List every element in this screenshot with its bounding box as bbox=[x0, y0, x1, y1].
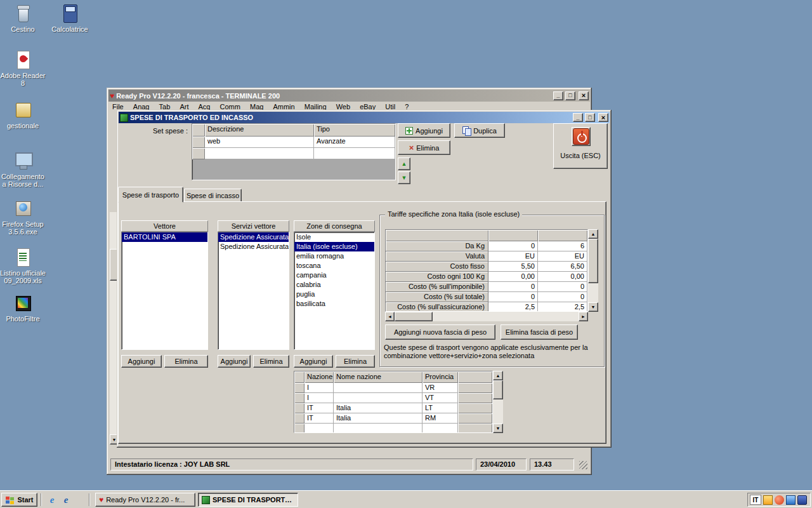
scroll-up-button[interactable]: ▲ bbox=[588, 229, 598, 239]
scroll-right-button[interactable]: ► bbox=[579, 312, 588, 321]
list-item[interactable]: puglia bbox=[294, 290, 374, 299]
desktop-icon-cestino[interactable]: Cestino bbox=[0, 3, 47, 33]
row-selector[interactable] bbox=[294, 383, 304, 393]
nome-nazione-cell[interactable]: Italia bbox=[334, 413, 422, 424]
tray-icon-yellow[interactable] bbox=[763, 495, 773, 505]
tariffe-cell[interactable]: 0,00 bbox=[488, 272, 538, 282]
list-item[interactable]: Spedizione Assicurata bbox=[218, 232, 289, 242]
vettore-elimina-button[interactable]: Elimina bbox=[164, 355, 208, 368]
close-button[interactable]: × bbox=[579, 91, 589, 100]
nazione-cell-selected[interactable]: IT bbox=[304, 403, 334, 413]
row-selector[interactable] bbox=[192, 148, 205, 159]
row-selector[interactable] bbox=[294, 413, 304, 424]
duplica-button[interactable]: Duplica bbox=[454, 123, 505, 138]
task-button-readypro[interactable]: ♥ Ready Pro V12.2.20 - fr... bbox=[95, 493, 195, 507]
uscita-button[interactable] bbox=[572, 127, 591, 146]
aggiungi-set-button[interactable]: Aggiungi bbox=[398, 123, 450, 138]
desktop-icon-calcolatrice[interactable]: Calcolatrice bbox=[46, 3, 94, 33]
servizi-list[interactable]: Spedizione Assicurata Spedizione Assicur… bbox=[218, 232, 289, 350]
language-indicator[interactable]: IT bbox=[750, 495, 761, 505]
quicklaunch-browser-icon[interactable]: e bbox=[60, 493, 72, 506]
nome-nazione-cell[interactable] bbox=[334, 424, 422, 433]
list-item[interactable]: emilia romagna bbox=[294, 251, 374, 261]
set-spese-cell-tipo[interactable]: Avanzate bbox=[314, 137, 395, 148]
nazione-cell[interactable] bbox=[304, 424, 334, 433]
scrollbar-thumb[interactable] bbox=[588, 239, 598, 283]
row-selector[interactable] bbox=[294, 393, 304, 403]
resize-grip[interactable] bbox=[579, 461, 587, 469]
nazioni-vertical-scrollbar[interactable]: ▲ ▼ bbox=[493, 371, 503, 433]
provincia-cell[interactable]: RM bbox=[422, 413, 458, 424]
main-window-titlebar[interactable]: ♥ Ready Pro V12.2.20 - francesca - TERMI… bbox=[108, 90, 590, 102]
scroll-up-button[interactable]: ▲ bbox=[493, 371, 503, 380]
tariffe-cell-selected[interactable]: 6,50 bbox=[538, 262, 587, 272]
row-selector[interactable] bbox=[294, 424, 304, 433]
tab-spese-di-trasporto[interactable]: Spese di trasporto bbox=[118, 187, 183, 203]
tariffe-grid[interactable]: Da Kg 0 6 Valuta EU EU Costo fisso 5,50 … bbox=[385, 229, 588, 312]
scroll-left-button[interactable]: ◄ bbox=[385, 312, 395, 321]
elimina-fascia-button[interactable]: Elimina fascia di peso bbox=[501, 324, 578, 340]
tray-icon-blue[interactable] bbox=[797, 495, 807, 505]
tariffe-vertical-scrollbar[interactable]: ▲ ▼ bbox=[588, 229, 598, 312]
nome-nazione-cell[interactable] bbox=[334, 393, 422, 403]
set-spese-grid[interactable]: Descrizione Tipo web Avanzate bbox=[192, 123, 396, 180]
maximize-button[interactable]: □ bbox=[565, 91, 575, 100]
quicklaunch-ie-icon[interactable]: e bbox=[46, 493, 58, 506]
list-item[interactable]: basilicata bbox=[294, 299, 374, 309]
tariffe-cell[interactable]: 0 bbox=[488, 292, 538, 302]
tariffe-cell[interactable]: 0 bbox=[538, 292, 587, 302]
start-button[interactable]: Start bbox=[1, 493, 37, 507]
desktop-icon-gestionale[interactable]: gestionale bbox=[0, 100, 47, 130]
scrollbar-thumb[interactable] bbox=[395, 312, 433, 321]
zone-aggiungi-button[interactable]: Aggiungi bbox=[294, 355, 333, 368]
zone-list[interactable]: Isole Italia (isole escluse) emilia roma… bbox=[294, 232, 375, 350]
vettore-aggiungi-button[interactable]: Aggiungi bbox=[121, 355, 162, 368]
row-selector[interactable] bbox=[294, 403, 304, 413]
dialog-close-button[interactable]: × bbox=[598, 113, 608, 122]
elimina-set-button[interactable]: × Elimina bbox=[398, 140, 450, 155]
desktop-icon-adobe-reader[interactable]: Adobe Reader 8 bbox=[0, 50, 47, 87]
tariffe-cell[interactable]: EU bbox=[488, 251, 538, 262]
tab-spese-di-incasso[interactable]: Spese di incasso bbox=[184, 189, 242, 202]
servizi-aggiungi-button[interactable]: Aggiungi bbox=[218, 355, 251, 368]
set-spese-cell-empty[interactable] bbox=[205, 148, 314, 159]
set-spese-cell-descrizione[interactable]: web bbox=[205, 137, 314, 148]
nazione-cell[interactable]: I bbox=[304, 383, 334, 393]
tariffe-cell[interactable]: 0 bbox=[538, 282, 587, 292]
aggiungi-fascia-button[interactable]: Aggiungi nuova fascia di peso bbox=[385, 324, 495, 340]
provincia-cell[interactable]: VT bbox=[422, 393, 458, 403]
list-item[interactable]: BARTOLINI SPA bbox=[122, 232, 207, 242]
tariffe-cell[interactable]: 2,5 bbox=[488, 302, 538, 312]
tariffe-cell[interactable]: EU bbox=[538, 251, 587, 262]
list-item[interactable]: Isole bbox=[294, 232, 374, 242]
tariffe-cell[interactable]: 2,5 bbox=[538, 302, 587, 312]
row-selector[interactable] bbox=[192, 137, 205, 148]
minimize-button[interactable]: _ bbox=[553, 91, 563, 100]
nazione-cell[interactable]: I bbox=[304, 393, 334, 403]
task-button-spese-trasporto[interactable]: SPESE DI TRASPORTO ... bbox=[198, 493, 298, 507]
scroll-down-button[interactable]: ▼ bbox=[588, 302, 598, 312]
provincia-cell-selected[interactable]: LT bbox=[422, 403, 458, 413]
zone-elimina-button[interactable]: Elimina bbox=[336, 355, 375, 368]
move-up-button[interactable]: ▲ bbox=[398, 157, 410, 170]
scroll-down-button[interactable]: ▼ bbox=[493, 424, 503, 433]
scrollbar-thumb[interactable] bbox=[493, 380, 503, 399]
nome-nazione-cell-selected[interactable]: Italia bbox=[334, 403, 422, 413]
tariffe-cell-selected[interactable]: 5,50 bbox=[488, 262, 538, 272]
nome-nazione-cell[interactable] bbox=[334, 383, 422, 393]
dialog-minimize-button[interactable]: _ bbox=[573, 113, 583, 122]
vettore-list[interactable]: BARTOLINI SPA bbox=[121, 232, 208, 350]
dialog-titlebar[interactable]: SPESE DI TRASPORTO ED INCASSO _ □ × bbox=[119, 112, 610, 123]
desktop-icon-collegamento-risorse[interactable]: Collegamento a Risorse d... bbox=[0, 150, 47, 188]
nazioni-grid[interactable]: Nazione Nome nazione Provincia I VR I VT bbox=[294, 371, 493, 433]
servizi-elimina-button[interactable]: Elimina bbox=[253, 355, 289, 368]
move-down-button[interactable]: ▼ bbox=[398, 171, 410, 184]
desktop-icon-photofiltre[interactable]: PhotoFiltre bbox=[0, 293, 47, 323]
nazione-cell[interactable]: IT bbox=[304, 413, 334, 424]
dialog-maximize-button[interactable]: □ bbox=[585, 113, 595, 122]
list-item[interactable]: Spedizione Assicurata bbox=[218, 242, 289, 251]
tariffe-horizontal-scrollbar[interactable]: ◄ ► bbox=[385, 312, 588, 321]
list-item[interactable]: Italia (isole escluse) bbox=[294, 242, 374, 251]
tariffe-cell[interactable]: 0 bbox=[488, 282, 538, 292]
tariffe-cell[interactable]: 6 bbox=[538, 241, 587, 251]
